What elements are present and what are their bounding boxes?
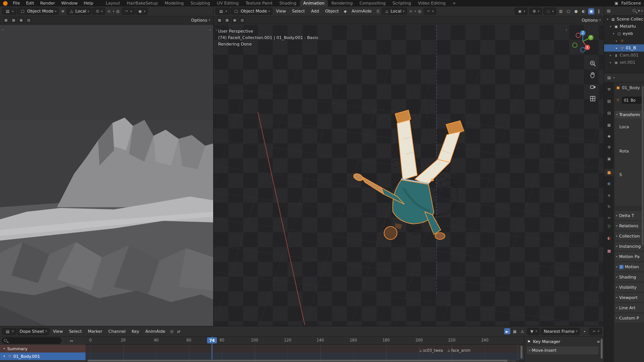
disclosure-icon[interactable]: ▾: [606, 18, 609, 21]
search-icon[interactable]: [632, 9, 637, 13]
menu-view[interactable]: View: [273, 9, 288, 14]
chevron-down-icon[interactable]: ▾: [613, 76, 615, 79]
panel-shading[interactable]: ▸Shading: [615, 272, 644, 282]
tab-collection[interactable]: ▣: [604, 155, 614, 162]
proportional-toggle[interactable]: •: [581, 328, 587, 334]
proportional-editing-toggle[interactable]: ◎: [417, 8, 423, 14]
show-hidden-toggle[interactable]: ▦: [512, 328, 518, 334]
pivot-point-dropdown[interactable]: ⊙▾: [92, 8, 105, 15]
panel-relations[interactable]: ▸Relations: [615, 221, 644, 230]
menu-render[interactable]: Render: [37, 1, 58, 6]
disclosure-icon[interactable]: ▸: [609, 61, 612, 64]
scene-name[interactable]: FallScene: [621, 1, 641, 6]
panel-motion-blur[interactable]: ▸✓Motion: [615, 262, 644, 271]
menu-edit[interactable]: Edit: [23, 1, 37, 6]
object-visibility-dropdown[interactable]: ◉▾: [515, 8, 528, 15]
shading-rendered-button[interactable]: ◉: [588, 8, 594, 14]
outliner-item-mesh[interactable]: ▸ ▽: [604, 37, 644, 44]
falloff-dropdown[interactable]: ~▾: [424, 8, 437, 15]
animaide-toggle-icon[interactable]: ◆: [342, 8, 348, 14]
only-errors-toggle[interactable]: ⚠: [519, 328, 525, 334]
sidebar-toggle-icon[interactable]: ‹: [566, 27, 567, 32]
disclosure-icon[interactable]: ▾: [2, 347, 6, 350]
xray-toggle[interactable]: ▥: [558, 8, 564, 14]
snap-dropdown[interactable]: ▾: [113, 10, 114, 13]
outliner-item-set[interactable]: ▸ ▣ set.001: [604, 59, 644, 66]
menu-help[interactable]: Help: [81, 1, 96, 6]
disclosure-icon[interactable]: ▸: [609, 54, 612, 57]
shading-material-button[interactable]: ◐: [581, 8, 587, 14]
gizmo-dropdown[interactable]: ⊕▾: [529, 8, 542, 15]
transform-panel-header[interactable]: ▾ Transform: [615, 111, 644, 118]
breadcrumb-label[interactable]: 01_Body: [622, 85, 640, 90]
visibility-dropdown[interactable]: ◉▾: [135, 8, 148, 15]
tab-world[interactable]: ⊕: [604, 143, 614, 150]
tab-rendering[interactable]: Rendering: [328, 0, 356, 6]
editor-type-dropdown[interactable]: ▤▾: [215, 8, 230, 15]
menu-add[interactable]: Add: [308, 9, 321, 14]
falloff-dropdown[interactable]: ~▾: [122, 8, 134, 15]
move-insert-section[interactable]: ▾ Move-Insert: [527, 346, 598, 354]
tab-object[interactable]: ■: [604, 169, 614, 176]
channel-row-summary[interactable]: ▾ Summary: [0, 345, 85, 353]
menu-select[interactable]: Select: [289, 9, 307, 14]
disclosure-icon[interactable]: ▸: [615, 39, 619, 42]
blender-logo-icon[interactable]: [3, 1, 8, 6]
camera-view-icon[interactable]: [589, 83, 596, 90]
tab-particles[interactable]: ✳: [604, 192, 614, 199]
snap-magnet-toggle[interactable]: ∩: [408, 8, 414, 14]
outliner-item-scene-collection[interactable]: ▾ ▥ Scene Collec: [604, 16, 644, 23]
tab-tool[interactable]: ⚒: [604, 86, 614, 93]
toolbar-toggle-icon[interactable]: ›: [2, 27, 3, 32]
object-mode-dropdown[interactable]: ▢Object Mode▾: [231, 8, 273, 15]
menu-animaide[interactable]: AnimAide: [349, 9, 375, 14]
grid-view-icon[interactable]: [589, 95, 596, 102]
tab-material[interactable]: ◐: [604, 235, 614, 241]
sidebar-toggle-icon[interactable]: ‹: [209, 27, 211, 32]
tab-modeling[interactable]: Modeling: [161, 0, 187, 6]
filter-icon[interactable]: ▼: [638, 9, 640, 13]
tab-layout[interactable]: Layout: [102, 0, 123, 6]
properties-scrollbar[interactable]: [642, 86, 644, 246]
outliner-editor-icon[interactable]: ▤: [606, 8, 612, 14]
menu-window[interactable]: Window: [58, 1, 81, 6]
panel-instancing[interactable]: ▸Instancing: [615, 242, 644, 251]
tab-video-editing[interactable]: Video Editing: [415, 0, 449, 6]
tab-hairbakesetup[interactable]: HairBakeSetup: [123, 0, 161, 6]
tab-animation[interactable]: Animation: [300, 0, 328, 6]
menu-animaide[interactable]: AnimAide: [142, 329, 168, 334]
main-viewport-canvas[interactable]: User Perspective (74) Faceit_Collection.…: [214, 25, 604, 326]
pause-button[interactable]: ‖: [596, 8, 602, 14]
tab-scene[interactable]: ◆: [604, 132, 614, 139]
tool-icon-3[interactable]: ▣: [18, 17, 24, 23]
outliner-item-metahuman[interactable]: ▾ ▣ MetaHu: [604, 23, 644, 30]
editor-type-dropdown[interactable]: ▤▾: [2, 8, 16, 15]
disclosure-icon[interactable]: ▾: [2, 355, 6, 358]
tool-icon-2[interactable]: ▦: [11, 17, 16, 23]
timeline-scrollbar[interactable]: [521, 346, 522, 359]
outliner-item-body[interactable]: ▸ ▽ 01_B: [604, 44, 644, 52]
filter-dropdown[interactable]: ▼▾: [527, 328, 540, 335]
marker-face-anim[interactable]: △ face_anim: [448, 348, 470, 353]
disclosure-icon[interactable]: ▾: [609, 25, 612, 28]
pan-hand-icon[interactable]: [589, 72, 596, 79]
channel-row-body[interactable]: ▾ ▽ 01_Body.001: [0, 353, 85, 360]
left-options-dropdown[interactable]: Options▾: [191, 18, 210, 23]
falloff-dropdown[interactable]: ~▾: [589, 328, 602, 335]
chevron-down-icon[interactable]: ▾: [641, 9, 642, 13]
main-options-dropdown[interactable]: Options▾: [582, 18, 601, 23]
anim-offset-icon[interactable]: ((: [375, 8, 381, 14]
tab-texture[interactable]: ▩: [604, 247, 614, 254]
tab-object-data[interactable]: ▽: [604, 223, 614, 230]
tool-icon-4[interactable]: ▥: [239, 17, 245, 23]
tab-output[interactable]: ▤: [604, 109, 614, 116]
disclosure-icon[interactable]: ▸: [615, 47, 619, 50]
editor-type-dropdown[interactable]: ▤▾: [2, 328, 16, 335]
proportional-editing-toggle[interactable]: ◎: [115, 8, 121, 14]
snap-dropdown[interactable]: ▾: [415, 10, 416, 13]
tool-icon-4[interactable]: ▥: [26, 17, 32, 23]
shading-solid-button[interactable]: ●: [573, 8, 579, 14]
menu-marker[interactable]: Marker: [85, 329, 105, 334]
motion-blur-checkbox[interactable]: ✓: [619, 265, 623, 269]
channel-search-input[interactable]: [2, 337, 62, 344]
